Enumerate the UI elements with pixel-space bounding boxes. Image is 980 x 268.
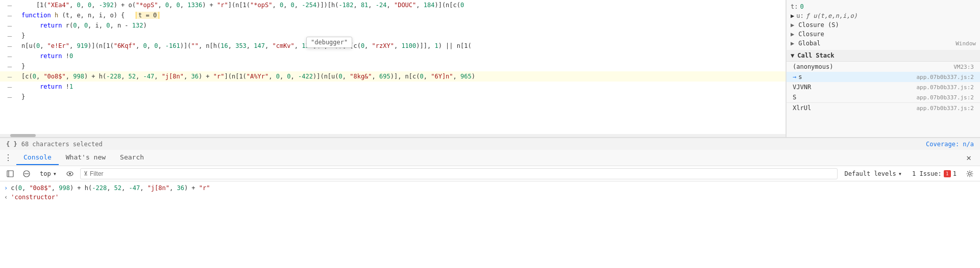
scope-item-u[interactable]: ▶ u: ƒ u(t,e,n,i,o)	[791, 11, 976, 20]
line-content: [1("XEa4", 0, 0, -392) + o("*opS", 0, 0,…	[17, 2, 786, 9]
console-tabs: ⋮ Console What's new Search ✕	[0, 150, 980, 166]
call-stack-header[interactable]: ▼ Call Stack	[787, 50, 980, 62]
line-gutter: –	[2, 1, 17, 9]
line-expand-toggle[interactable]: –	[8, 62, 12, 70]
line-expand-toggle[interactable]: –	[8, 11, 12, 19]
right-panel: t: 0 ▶ u: ƒ u(t,e,n,i,o) ▶ Closure (S) ▶…	[786, 0, 980, 137]
call-stack-item-active[interactable]: → s app.07b0b337.js:2	[787, 72, 980, 82]
coverage-indicator[interactable]: Coverage: n/a	[926, 141, 974, 148]
settings-button[interactable]	[964, 168, 976, 180]
scope-global-value: Window	[955, 40, 976, 47]
call-stack-item[interactable]: VJVNR app.07b0b337.js:2	[787, 82, 980, 92]
code-lines: – [1("XEa4", 0, 0, -392) + o("*opS", 0, …	[0, 0, 786, 102]
line-gutter: –	[2, 42, 17, 50]
line-expand-toggle[interactable]: –	[8, 1, 12, 9]
scope-expand-u[interactable]: ▶	[791, 12, 794, 19]
call-stack-list: (anonymous) VM23:3 → s app.07b0b337.js:2…	[787, 62, 980, 113]
tab-whats-new[interactable]: What's new	[59, 150, 113, 165]
filter-input[interactable]	[90, 170, 834, 177]
scrollbar-thumb[interactable]	[10, 134, 36, 137]
scope-item-closure-s[interactable]: ▶ Closure (S)	[791, 20, 976, 30]
scope-closure-s-label: Closure (S)	[798, 21, 839, 29]
line-gutter: –	[2, 93, 17, 101]
default-levels-label: Default levels	[845, 170, 896, 177]
line-gutter: –	[2, 21, 17, 30]
scope-item-closure[interactable]: ▶ Closure	[791, 30, 976, 39]
code-line: – return !1	[0, 82, 786, 92]
clear-console-button[interactable]	[20, 168, 33, 180]
no-entry-icon	[23, 170, 30, 177]
console-output-line: ‹ 'constructor'	[4, 193, 976, 202]
scope-expand-closure[interactable]: ▶	[791, 31, 794, 38]
line-expand-toggle[interactable]: –	[8, 21, 12, 30]
issues-count-text: 1	[953, 170, 957, 177]
console-input-prefix: ›	[4, 184, 8, 192]
issues-badge[interactable]: 1 Issue: 1 1	[909, 169, 960, 178]
line-gutter: –	[2, 62, 17, 70]
call-stack-loc-anonymous: VM23:3	[953, 64, 974, 70]
code-line: – n[u(0, "e!Er", 919)](n[1("6Kqf", 0, 0,…	[0, 41, 786, 51]
scope-expand-closure-s[interactable]: ▶	[791, 21, 794, 29]
line-content: return !0	[17, 52, 786, 60]
sidebar-toggle-button[interactable]	[4, 168, 16, 180]
call-stack-item[interactable]: (anonymous) VM23:3	[787, 62, 980, 72]
line-content: }	[17, 32, 786, 39]
tab-search[interactable]: Search	[113, 150, 151, 165]
svg-point-5	[69, 173, 71, 175]
issues-icon: 1	[944, 170, 951, 177]
code-line-highlighted: – [c(0, "0o8$", 998) + h(-228, 52, -47, …	[0, 71, 786, 82]
svg-point-6	[969, 172, 971, 175]
console-input-text: c(0, "0o8$", 998) + h(-228, 52, -47, "j[…	[11, 184, 210, 192]
code-line: – }	[0, 92, 786, 102]
call-stack-item[interactable]: XlrUl app.07b0b337.js:2	[787, 102, 980, 113]
live-expressions-button[interactable]	[64, 168, 76, 180]
main-container: – [1("XEa4", 0, 0, -392) + o("*opS", 0, …	[0, 0, 980, 268]
status-curly-braces: { }	[6, 141, 17, 148]
line-expand-toggle[interactable]: –	[8, 72, 12, 81]
sidebar-icon	[7, 170, 14, 177]
console-output: › c(0, "0o8$", 998) + h(-228, 52, -47, "…	[0, 181, 980, 268]
call-stack-active-arrow: →	[793, 73, 796, 81]
call-stack-fn-s2: S	[793, 94, 796, 101]
line-content: [c(0, "0o8$", 998) + h(-228, 52, -47, "j…	[17, 73, 786, 80]
call-stack-loc-s2: app.07b0b337.js:2	[916, 94, 974, 101]
context-selector[interactable]: top ▾	[37, 169, 60, 178]
call-stack-loc-xlrul: app.07b0b337.js:2	[916, 105, 974, 112]
call-stack-collapse-icon: ▼	[791, 52, 794, 59]
code-line: – return r(0, 0, i, 0, n - 132)	[0, 20, 786, 31]
default-levels-selector[interactable]: Default levels ▾	[842, 169, 905, 178]
call-stack-item[interactable]: S app.07b0b337.js:2	[787, 92, 980, 102]
console-close-button[interactable]: ✕	[962, 151, 976, 165]
code-line: – }	[0, 61, 786, 71]
context-dropdown-icon: ▾	[53, 170, 57, 177]
call-stack-loc-s: app.07b0b337.js:2	[916, 74, 974, 81]
line-content: function h (t, e, n, i, o) { t = 0	[17, 12, 786, 19]
line-expand-toggle[interactable]: –	[8, 32, 12, 40]
tab-console[interactable]: Console	[16, 150, 59, 165]
filter-area: ⊻	[80, 168, 838, 179]
line-gutter: –	[2, 83, 17, 91]
line-expand-toggle[interactable]: –	[8, 83, 12, 91]
call-stack-title: Call Stack	[797, 52, 834, 59]
line-expand-toggle[interactable]: –	[8, 93, 12, 101]
line-content: }	[17, 93, 786, 100]
call-stack-fn-xlrul: XlrUl	[793, 104, 811, 112]
line-expand-toggle[interactable]: –	[8, 52, 12, 60]
scope-global-label: Global	[798, 40, 820, 47]
call-stack-fn-vjvnr: VJVNR	[793, 84, 811, 91]
line-gutter: –	[2, 11, 17, 19]
debugger-tooltip: "debugger"	[306, 37, 352, 48]
line-expand-toggle[interactable]: –	[8, 42, 12, 50]
console-menu-icon[interactable]: ⋮	[4, 153, 12, 163]
code-line: – [1("XEa4", 0, 0, -392) + o("*opS", 0, …	[0, 0, 786, 10]
scope-item-global[interactable]: ▶ Global Window	[791, 39, 976, 48]
horizontal-scrollbar[interactable]	[0, 134, 786, 137]
line-content: return r(0, 0, i, 0, n - 132)	[17, 22, 786, 29]
context-label: top	[40, 170, 51, 177]
code-panel: – [1("XEa4", 0, 0, -392) + o("*opS", 0, …	[0, 0, 786, 137]
line-gutter: –	[2, 52, 17, 60]
console-toolbar: top ▾ ⊻ Default levels ▾	[0, 166, 980, 181]
eye-icon	[66, 171, 74, 176]
scope-expand-global[interactable]: ▶	[791, 40, 794, 47]
status-bar: { } 68 characters selected Coverage: n/a	[0, 138, 980, 150]
